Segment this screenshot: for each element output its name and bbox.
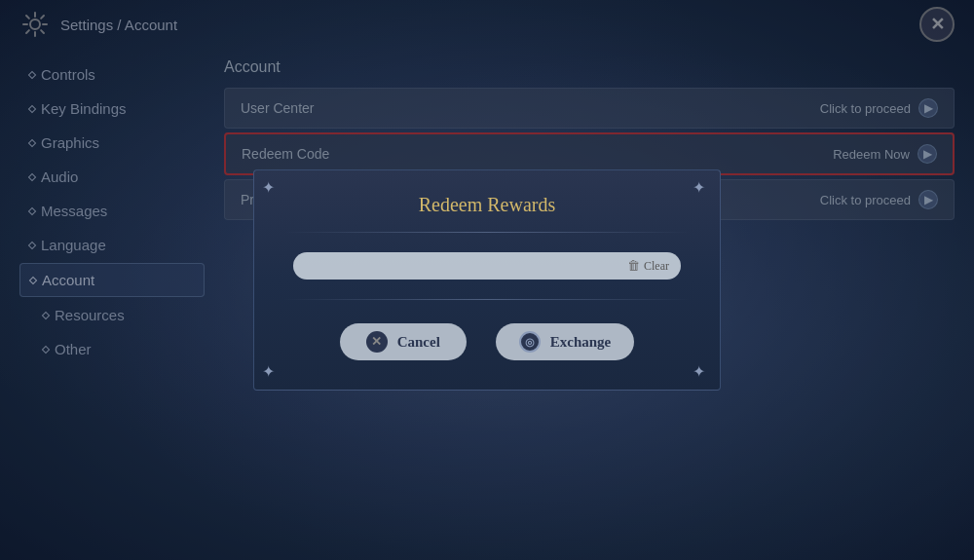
corner-tr-icon: ✦ bbox=[693, 178, 712, 198]
corner-tl-icon: ✦ bbox=[262, 178, 281, 198]
redeem-modal: ✦ ✦ ✦ ✦ Redeem Rewards 🗑 Clear bbox=[253, 169, 721, 391]
clear-button[interactable]: 🗑 Clear bbox=[627, 258, 669, 274]
settings-container: Settings / Account ✕ Controls Key Bindin… bbox=[0, 0, 974, 560]
exchange-icon: ◎ bbox=[519, 331, 541, 353]
modal-input-area: 🗑 Clear bbox=[283, 252, 691, 280]
input-wrapper: 🗑 Clear bbox=[293, 252, 681, 280]
modal-overlay: ✦ ✦ ✦ ✦ Redeem Rewards 🗑 Clear bbox=[0, 0, 974, 560]
corner-br-icon: ✦ bbox=[693, 362, 712, 382]
redeem-code-input[interactable] bbox=[305, 258, 619, 274]
modal-buttons: ✕ Cancel ◎ Exchange bbox=[283, 323, 691, 360]
cancel-button[interactable]: ✕ Cancel bbox=[340, 323, 467, 360]
exchange-label: Exchange bbox=[550, 334, 612, 351]
modal-divider-top bbox=[283, 232, 691, 233]
exchange-button[interactable]: ◎ Exchange bbox=[496, 323, 635, 360]
clear-label: Clear bbox=[644, 259, 669, 274]
modal-divider-bottom bbox=[283, 299, 691, 300]
modal-title: Redeem Rewards bbox=[283, 194, 691, 216]
trash-icon: 🗑 bbox=[627, 258, 640, 274]
cancel-icon: ✕ bbox=[366, 331, 388, 353]
cancel-label: Cancel bbox=[397, 334, 440, 351]
corner-bl-icon: ✦ bbox=[262, 362, 281, 382]
